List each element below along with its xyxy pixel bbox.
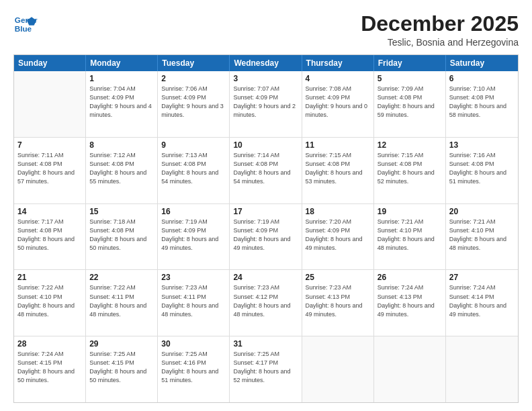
cell-day-number: 18 [306, 207, 370, 216]
cell-info: Sunrise: 7:19 AMSunset: 4:09 PMDaylight:… [161, 218, 226, 253]
cell-day-number: 11 [306, 140, 370, 150]
cell-info: Sunrise: 7:04 AMSunset: 4:09 PMDaylight:… [89, 85, 154, 120]
calendar-cell: 21Sunrise: 7:22 AMSunset: 4:10 PMDayligh… [14, 270, 86, 336]
calendar-cell: 5Sunrise: 7:09 AMSunset: 4:08 PMDaylight… [374, 71, 446, 137]
calendar-cell: 24Sunrise: 7:23 AMSunset: 4:12 PMDayligh… [230, 270, 302, 336]
cell-day-number: 25 [306, 273, 370, 282]
calendar-cell: 9Sunrise: 7:13 AMSunset: 4:08 PMDaylight… [158, 138, 230, 203]
cell-info: Sunrise: 7:12 AMSunset: 4:08 PMDaylight:… [89, 151, 154, 186]
cell-day-number: 30 [161, 339, 226, 349]
logo: General Blue [13, 12, 38, 36]
cell-info: Sunrise: 7:20 AMSunset: 4:09 PMDaylight:… [306, 218, 370, 253]
calendar-cell: 10Sunrise: 7:14 AMSunset: 4:08 PMDayligh… [230, 138, 302, 203]
calendar-cell: 3Sunrise: 7:07 AMSunset: 4:09 PMDaylight… [230, 71, 302, 137]
calendar-cell: 7Sunrise: 7:11 AMSunset: 4:08 PMDaylight… [14, 138, 86, 203]
cell-info: Sunrise: 7:22 AMSunset: 4:10 PMDaylight:… [17, 283, 82, 318]
header-day-tuesday: Tuesday [158, 55, 230, 71]
calendar-week-1: 1Sunrise: 7:04 AMSunset: 4:09 PMDaylight… [14, 71, 518, 138]
calendar-cell [374, 336, 446, 402]
calendar-cell: 25Sunrise: 7:23 AMSunset: 4:13 PMDayligh… [302, 270, 374, 336]
logo-icon: General Blue [13, 12, 38, 36]
page: General Blue December 2025 Teslic, Bosni… [0, 0, 532, 411]
cell-info: Sunrise: 7:13 AMSunset: 4:08 PMDaylight:… [161, 151, 226, 186]
cell-day-number: 24 [233, 273, 298, 282]
cell-day-number: 22 [89, 273, 154, 282]
cell-day-number: 8 [89, 140, 154, 150]
subtitle: Teslic, Bosnia and Herzegovina [361, 37, 519, 48]
calendar-cell: 4Sunrise: 7:08 AMSunset: 4:09 PMDaylight… [302, 71, 374, 137]
cell-day-number: 17 [233, 207, 298, 216]
cell-info: Sunrise: 7:08 AMSunset: 4:09 PMDaylight:… [306, 85, 370, 120]
calendar-cell: 29Sunrise: 7:25 AMSunset: 4:15 PMDayligh… [86, 336, 158, 402]
calendar-cell: 19Sunrise: 7:21 AMSunset: 4:10 PMDayligh… [374, 204, 446, 270]
cell-info: Sunrise: 7:16 AMSunset: 4:08 PMDaylight:… [449, 151, 515, 186]
cell-day-number: 10 [233, 140, 298, 150]
cell-day-number: 13 [449, 140, 515, 150]
cell-day-number: 21 [17, 273, 82, 282]
header-day-saturday: Saturday [446, 55, 518, 71]
cell-info: Sunrise: 7:24 AMSunset: 4:14 PMDaylight:… [449, 283, 515, 318]
cell-info: Sunrise: 7:09 AMSunset: 4:08 PMDaylight:… [378, 85, 442, 120]
cell-info: Sunrise: 7:11 AMSunset: 4:08 PMDaylight:… [17, 151, 82, 186]
cell-day-number: 16 [161, 207, 226, 216]
cell-day-number: 27 [449, 273, 515, 282]
calendar-cell: 15Sunrise: 7:18 AMSunset: 4:08 PMDayligh… [86, 204, 158, 270]
cell-info: Sunrise: 7:10 AMSunset: 4:08 PMDaylight:… [449, 85, 515, 120]
cell-day-number: 12 [378, 140, 442, 150]
cell-info: Sunrise: 7:22 AMSunset: 4:11 PMDaylight:… [89, 283, 154, 318]
cell-info: Sunrise: 7:15 AMSunset: 4:08 PMDaylight:… [306, 151, 370, 186]
calendar-cell: 30Sunrise: 7:25 AMSunset: 4:16 PMDayligh… [158, 336, 230, 402]
cell-day-number: 20 [449, 207, 515, 216]
calendar-cell: 2Sunrise: 7:06 AMSunset: 4:09 PMDaylight… [158, 71, 230, 137]
calendar-cell: 18Sunrise: 7:20 AMSunset: 4:09 PMDayligh… [302, 204, 374, 270]
cell-info: Sunrise: 7:23 AMSunset: 4:13 PMDaylight:… [306, 283, 370, 318]
cell-info: Sunrise: 7:21 AMSunset: 4:10 PMDaylight:… [449, 218, 515, 253]
calendar-header: SundayMondayTuesdayWednesdayThursdayFrid… [14, 55, 518, 71]
calendar-cell: 28Sunrise: 7:24 AMSunset: 4:15 PMDayligh… [14, 336, 86, 402]
calendar-body: 1Sunrise: 7:04 AMSunset: 4:09 PMDaylight… [14, 71, 518, 402]
cell-day-number: 23 [161, 273, 226, 282]
cell-day-number: 19 [378, 207, 442, 216]
calendar-cell [302, 336, 374, 402]
main-title: December 2025 [361, 12, 519, 36]
cell-info: Sunrise: 7:23 AMSunset: 4:12 PMDaylight:… [233, 283, 298, 318]
cell-info: Sunrise: 7:25 AMSunset: 4:16 PMDaylight:… [161, 350, 226, 385]
cell-day-number: 28 [17, 339, 82, 349]
header: General Blue December 2025 Teslic, Bosni… [13, 12, 519, 48]
calendar-cell [14, 71, 86, 137]
calendar-week-4: 21Sunrise: 7:22 AMSunset: 4:10 PMDayligh… [14, 270, 518, 336]
cell-info: Sunrise: 7:07 AMSunset: 4:09 PMDaylight:… [233, 85, 298, 120]
cell-info: Sunrise: 7:06 AMSunset: 4:09 PMDaylight:… [161, 85, 226, 120]
cell-info: Sunrise: 7:21 AMSunset: 4:10 PMDaylight:… [378, 218, 442, 253]
calendar-cell: 23Sunrise: 7:23 AMSunset: 4:11 PMDayligh… [158, 270, 230, 336]
cell-day-number: 9 [161, 140, 226, 150]
calendar-cell: 16Sunrise: 7:19 AMSunset: 4:09 PMDayligh… [158, 204, 230, 270]
calendar-cell: 26Sunrise: 7:24 AMSunset: 4:13 PMDayligh… [374, 270, 446, 336]
header-day-thursday: Thursday [302, 55, 374, 71]
cell-info: Sunrise: 7:25 AMSunset: 4:17 PMDaylight:… [233, 350, 298, 385]
calendar-cell: 12Sunrise: 7:15 AMSunset: 4:08 PMDayligh… [374, 138, 446, 203]
calendar-week-5: 28Sunrise: 7:24 AMSunset: 4:15 PMDayligh… [14, 336, 518, 402]
cell-day-number: 14 [17, 207, 82, 216]
cell-info: Sunrise: 7:24 AMSunset: 4:13 PMDaylight:… [378, 283, 442, 318]
cell-info: Sunrise: 7:14 AMSunset: 4:08 PMDaylight:… [233, 151, 298, 186]
calendar-cell: 8Sunrise: 7:12 AMSunset: 4:08 PMDaylight… [86, 138, 158, 203]
cell-day-number: 3 [233, 74, 298, 83]
cell-info: Sunrise: 7:17 AMSunset: 4:08 PMDaylight:… [17, 218, 82, 253]
cell-day-number: 7 [17, 140, 82, 150]
calendar-cell: 1Sunrise: 7:04 AMSunset: 4:09 PMDaylight… [86, 71, 158, 137]
cell-day-number: 31 [233, 339, 298, 349]
calendar-cell: 13Sunrise: 7:16 AMSunset: 4:08 PMDayligh… [446, 138, 518, 203]
header-day-wednesday: Wednesday [230, 55, 302, 71]
cell-info: Sunrise: 7:25 AMSunset: 4:15 PMDaylight:… [89, 350, 154, 385]
cell-day-number: 1 [89, 74, 154, 83]
header-day-monday: Monday [86, 55, 158, 71]
calendar-cell: 31Sunrise: 7:25 AMSunset: 4:17 PMDayligh… [230, 336, 302, 402]
cell-day-number: 29 [89, 339, 154, 349]
cell-info: Sunrise: 7:18 AMSunset: 4:08 PMDaylight:… [89, 218, 154, 253]
cell-info: Sunrise: 7:23 AMSunset: 4:11 PMDaylight:… [161, 283, 226, 318]
calendar-cell: 27Sunrise: 7:24 AMSunset: 4:14 PMDayligh… [446, 270, 518, 336]
calendar-cell: 11Sunrise: 7:15 AMSunset: 4:08 PMDayligh… [302, 138, 374, 203]
calendar-week-2: 7Sunrise: 7:11 AMSunset: 4:08 PMDaylight… [14, 138, 518, 204]
cell-day-number: 5 [378, 74, 442, 83]
